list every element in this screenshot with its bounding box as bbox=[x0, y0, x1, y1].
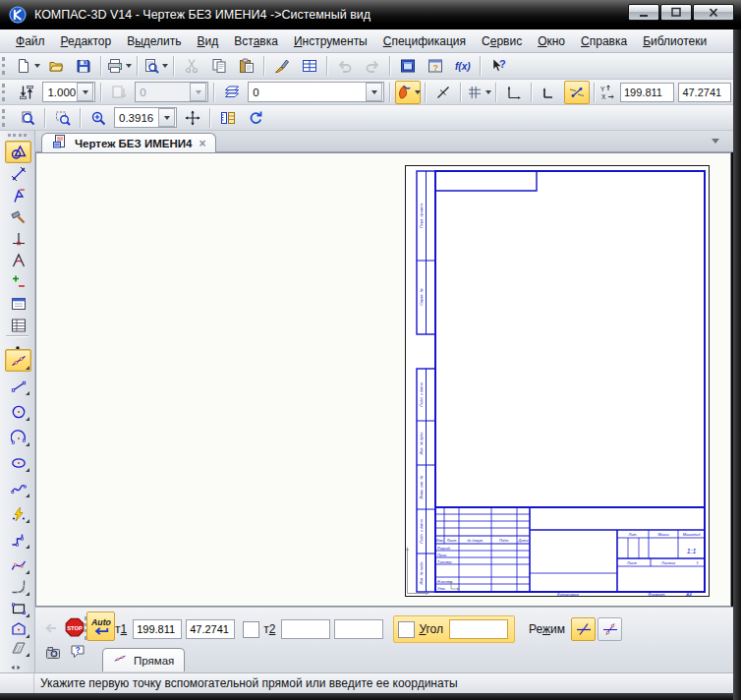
print-preview-button[interactable] bbox=[142, 54, 169, 78]
zoom-by-rectangle-button[interactable] bbox=[50, 106, 76, 130]
mode-parallel-line-button[interactable] bbox=[598, 617, 622, 641]
chevron-down-icon[interactable] bbox=[190, 83, 206, 101]
print-button[interactable] bbox=[106, 54, 133, 78]
tool-auxiliary-line-button[interactable] bbox=[5, 349, 31, 372]
tool-segment-button[interactable] bbox=[5, 375, 31, 397]
cut-button[interactable] bbox=[179, 54, 204, 78]
minimize-button[interactable] bbox=[628, 4, 659, 21]
save-document-button[interactable] bbox=[71, 54, 96, 78]
tool-circle-button[interactable] bbox=[5, 400, 31, 423]
new-document-button[interactable] bbox=[15, 54, 41, 78]
snaps-button[interactable] bbox=[564, 81, 590, 104]
panel-dimensions-button[interactable] bbox=[5, 162, 31, 185]
chevron-down-icon[interactable] bbox=[415, 90, 421, 94]
object-snapshot-button[interactable] bbox=[40, 642, 65, 663]
menu-справка[interactable]: Справка bbox=[573, 30, 635, 52]
menu-редактор[interactable]: Редактор bbox=[53, 30, 120, 52]
layers-button[interactable] bbox=[219, 81, 245, 104]
document-layout-button[interactable] bbox=[215, 106, 241, 130]
object-help-button[interactable]: ? bbox=[67, 641, 87, 662]
panel-geometry-button[interactable] bbox=[5, 141, 31, 163]
chevron-down-icon[interactable] bbox=[77, 83, 93, 101]
mode-line-two-points-button[interactable] bbox=[571, 617, 596, 641]
current-zoom-combo[interactable]: 0.3916 bbox=[114, 107, 177, 128]
tool-bezier-button[interactable] bbox=[5, 554, 31, 576]
undo-button[interactable] bbox=[332, 54, 358, 78]
menu-спецификация[interactable]: Спецификация bbox=[375, 30, 474, 52]
object-properties-button[interactable] bbox=[297, 54, 322, 78]
menu-выделить[interactable]: Выделить bbox=[119, 30, 189, 52]
show-whole-sheet-button[interactable] bbox=[15, 106, 40, 130]
tool-arc-button[interactable] bbox=[5, 426, 31, 448]
interrupt-command-button[interactable]: STOP bbox=[62, 614, 86, 639]
local-coordinate-system-button[interactable] bbox=[501, 81, 527, 104]
toolbar-grip[interactable] bbox=[2, 57, 11, 75]
tool-ellipse-button[interactable] bbox=[5, 451, 31, 474]
menu-инструменты[interactable]: Инструменты bbox=[286, 30, 375, 52]
tab-close-icon[interactable]: × bbox=[199, 138, 205, 149]
chevron-down-icon[interactable] bbox=[34, 64, 40, 68]
point2-y-field[interactable] bbox=[334, 619, 383, 639]
current-layer-combo[interactable]: 0 bbox=[248, 82, 384, 102]
chevron-down-icon[interactable] bbox=[158, 108, 175, 127]
chevron-down-icon[interactable] bbox=[366, 83, 382, 101]
point2-x-field[interactable] bbox=[281, 619, 330, 639]
line-style-button[interactable] bbox=[395, 81, 421, 104]
angle-checkbox[interactable] bbox=[398, 621, 415, 638]
context-help-button[interactable]: ? bbox=[485, 54, 511, 78]
tool-rectangle-button[interactable] bbox=[5, 597, 31, 619]
title-bar[interactable]: КОМПАС-3D V14 - Чертеж БЕЗ ИМЕНИ4 ->Сист… bbox=[0, 0, 741, 29]
point1-y-field[interactable]: 47.2741 bbox=[186, 619, 235, 639]
menu-вид[interactable]: Вид bbox=[190, 30, 227, 52]
current-scale-tool-button[interactable] bbox=[14, 81, 39, 104]
grid-button[interactable] bbox=[466, 81, 491, 104]
copy-button[interactable] bbox=[206, 54, 232, 78]
maximize-button[interactable] bbox=[660, 4, 692, 21]
cursor-y-field[interactable]: 47.2741 bbox=[678, 83, 731, 102]
pan-view-button[interactable] bbox=[180, 106, 205, 130]
redo-button[interactable] bbox=[360, 54, 385, 78]
panel-reports-button[interactable] bbox=[5, 314, 31, 336]
tool-nurbs-curve-button[interactable] bbox=[5, 477, 31, 499]
copy-properties-button[interactable] bbox=[269, 54, 295, 78]
close-button[interactable] bbox=[693, 4, 734, 21]
toolbar-grip[interactable] bbox=[2, 109, 11, 127]
open-document-button[interactable] bbox=[43, 54, 69, 78]
panel-designations-button[interactable] bbox=[5, 184, 31, 206]
zoom-in-button[interactable] bbox=[86, 106, 111, 130]
menu-вставка[interactable]: Вставка bbox=[226, 30, 286, 52]
chevron-down-icon[interactable] bbox=[485, 90, 491, 94]
document-manager-button[interactable] bbox=[395, 54, 421, 78]
current-step-tool-button[interactable] bbox=[106, 81, 132, 104]
point2-checkbox[interactable] bbox=[243, 621, 259, 638]
panel-measurement-button[interactable] bbox=[5, 249, 31, 271]
current-step-combo[interactable]: 0 bbox=[135, 82, 208, 102]
current-scale-combo[interactable]: 1.000 bbox=[42, 82, 95, 102]
paste-button[interactable] bbox=[234, 54, 259, 78]
angle-field[interactable] bbox=[449, 619, 508, 639]
chevron-down-icon[interactable] bbox=[126, 64, 132, 68]
library-manager-button[interactable]: ? bbox=[423, 54, 448, 78]
ortho-drawing-button[interactable] bbox=[430, 81, 456, 104]
tool-hatch-button[interactable] bbox=[5, 636, 31, 659]
refresh-view-button[interactable] bbox=[243, 106, 268, 130]
chevron-down-icon[interactable] bbox=[162, 64, 168, 68]
tab-line-parameters[interactable]: Прямая bbox=[102, 648, 185, 671]
panel-selection-button[interactable] bbox=[5, 270, 31, 293]
drawing-canvas[interactable]: Изм.Лист№ докум.Подп.ДатаРазраб.Пров.Т.к… bbox=[35, 152, 731, 607]
tool-fillet-button[interactable] bbox=[5, 575, 31, 598]
variables-button[interactable]: f(x) bbox=[450, 54, 476, 78]
menu-сервис[interactable]: Сервис bbox=[474, 30, 530, 52]
panel-parametrization-button[interactable] bbox=[5, 227, 31, 250]
tool-equidistant-button[interactable] bbox=[5, 502, 31, 525]
toolbar-grip[interactable] bbox=[2, 84, 10, 101]
point1-x-field[interactable]: 199.811 bbox=[133, 619, 182, 639]
panel-specification-button[interactable] bbox=[5, 292, 31, 315]
orthogonal-mode-button[interactable] bbox=[537, 81, 562, 104]
tab-list-dropdown-icon[interactable] bbox=[712, 139, 719, 144]
menu-окно[interactable]: Окно bbox=[530, 30, 573, 52]
auto-create-object-button[interactable]: Auto bbox=[86, 612, 115, 641]
cursor-x-field[interactable]: 199.811 bbox=[620, 83, 674, 102]
document-tab[interactable]: Чертеж БЕЗ ИМЕНИ4 × bbox=[41, 133, 216, 152]
menu-библиотеки[interactable]: Библиотеки bbox=[635, 30, 714, 52]
